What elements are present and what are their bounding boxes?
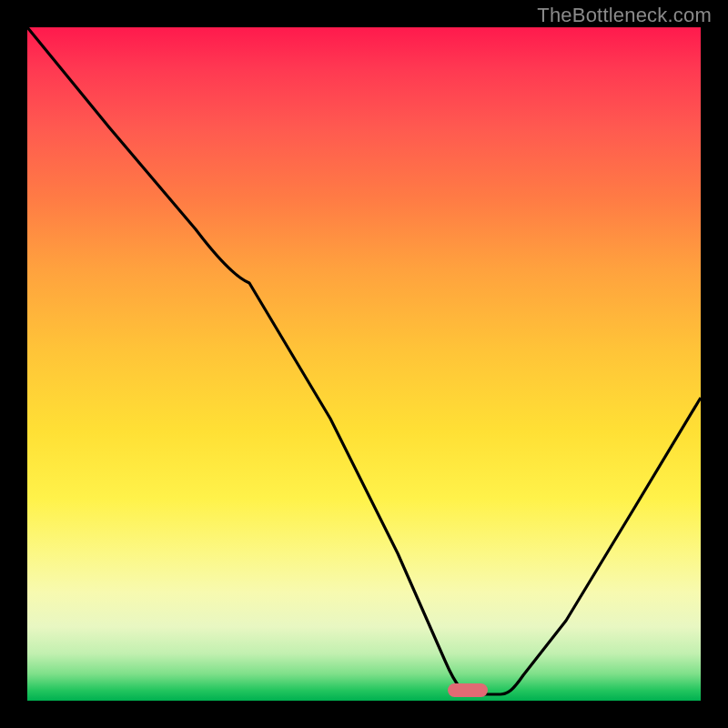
plot-area: [27, 27, 701, 701]
watermark-text: TheBottleneck.com: [537, 4, 712, 27]
chart-frame: TheBottleneck.com: [0, 0, 728, 728]
optimal-range-marker: [448, 683, 488, 697]
bottleneck-curve: [27, 27, 701, 701]
